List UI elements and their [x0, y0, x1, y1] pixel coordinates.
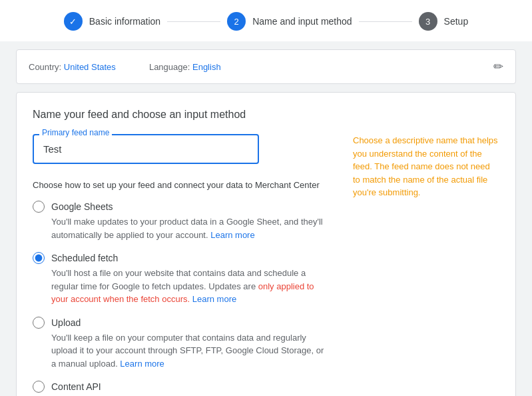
step-circle-setup: 3 [419, 12, 437, 31]
radio-label-scheduled-fetch[interactable]: Scheduled fetch [51, 253, 118, 263]
step-connector-1 [167, 21, 220, 22]
card-hint: Choose a descriptive name that helps you… [353, 134, 499, 396]
radio-label-upload[interactable]: Upload [51, 317, 81, 328]
radio-desc-google-sheets: You'll make updates to your product data… [51, 215, 326, 241]
step-basic-info: ✓ Basic information [64, 12, 160, 31]
feed-name-input[interactable] [33, 134, 259, 164]
radio-label-content-api[interactable]: Content API [51, 381, 101, 392]
stepper: ✓ Basic information 2 Name and input met… [0, 0, 532, 41]
learn-more-google-sheets[interactable]: Learn more [210, 230, 254, 240]
edit-icon[interactable]: ✏ [493, 59, 503, 74]
radio-desc-upload: You'll keep a file on your computer that… [51, 331, 326, 371]
highlight-text: only applied to your account when the fe… [51, 281, 314, 305]
radio-option-upload: Upload You'll keep a file on your comput… [33, 317, 326, 371]
radio-scheduled-fetch[interactable] [33, 252, 45, 264]
radio-row-content-api: Content API [33, 381, 326, 393]
language-label: Language: [149, 62, 190, 72]
radio-content-api[interactable] [33, 381, 45, 393]
step-label-basic-info: Basic information [89, 16, 160, 27]
country-label: Country: [29, 62, 61, 72]
language-value: English [192, 62, 221, 72]
radio-upload[interactable] [33, 317, 45, 329]
radio-option-scheduled-fetch: Scheduled fetch You'll host a file on yo… [33, 252, 326, 306]
step-label-setup: Setup [444, 16, 469, 27]
radio-option-content-api: Content API The Content API for Shopping… [33, 381, 326, 396]
card-left: Primary feed name Choose how to set up y… [33, 134, 326, 396]
info-bar-content: Country: United States Language: English [29, 62, 221, 72]
radio-label-google-sheets[interactable]: Google Sheets [51, 201, 113, 212]
step-circle-basic-info: ✓ [64, 12, 83, 31]
radio-row-google-sheets: Google Sheets [33, 201, 326, 213]
info-separator [129, 62, 136, 72]
radio-desc-scheduled-fetch: You'll host a file on your website that … [51, 267, 326, 306]
country-value: United States [64, 62, 116, 72]
radio-google-sheets[interactable] [33, 201, 45, 213]
card-title: Name your feed and choose an input metho… [33, 109, 499, 121]
radio-section-title: Choose how to set up your feed and conne… [33, 180, 326, 190]
learn-more-scheduled-fetch[interactable]: Learn more [192, 294, 236, 304]
radio-option-google-sheets: Google Sheets You'll make updates to you… [33, 201, 326, 241]
step-connector-2 [359, 21, 412, 22]
feed-name-label: Primary feed name [39, 128, 112, 137]
radio-row-scheduled-fetch: Scheduled fetch [33, 252, 326, 264]
feed-name-input-group: Primary feed name [33, 134, 259, 164]
step-name-method: 2 Name and input method [227, 12, 352, 31]
step-circle-name-method: 2 [227, 12, 246, 31]
step-setup: 3 Setup [419, 12, 469, 31]
main-card: Name your feed and choose an input metho… [16, 92, 516, 396]
learn-more-upload[interactable]: Learn more [120, 359, 164, 369]
step-label-name-method: Name and input method [252, 16, 352, 27]
radio-row-upload: Upload [33, 317, 326, 329]
card-content: Primary feed name Choose how to set up y… [33, 134, 499, 396]
info-bar: Country: United States Language: English… [16, 49, 516, 84]
